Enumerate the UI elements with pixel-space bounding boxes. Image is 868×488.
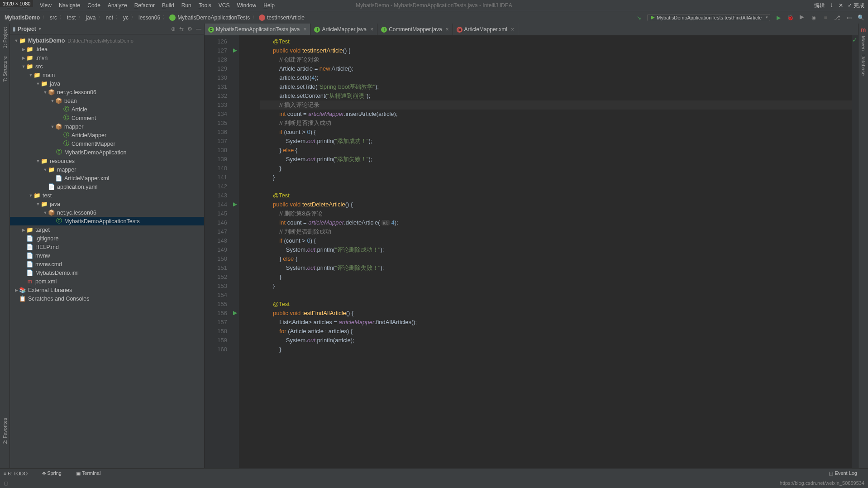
tab-mybatisdemoapplicationtests-java[interactable]: CMybatisDemoApplicationTests.java× (205, 24, 310, 35)
tree-item-file-mvnw[interactable]: 📄mvnw (10, 251, 204, 260)
tree-item-file-help[interactable]: 📄HELP.md (10, 243, 204, 251)
tab-articlemapper-xml[interactable]: mArticleMapper.xml× (453, 24, 518, 35)
menu-build[interactable]: Build (158, 1, 178, 10)
tree-item-interface-articlemapper[interactable]: ⒾArticleMapper (10, 131, 204, 139)
tab-close-icon[interactable]: × (446, 26, 449, 33)
crumb[interactable]: net (105, 14, 114, 21)
menu-help[interactable]: Help (260, 1, 278, 10)
tree-item-folder-mvn[interactable]: ▶📁.mvn (10, 53, 204, 62)
dimensions-badge: 1920 × 1080 (0, 0, 33, 7)
tab-commentmapper-java[interactable]: ICommentMapper.java× (377, 24, 453, 35)
menu-window[interactable]: Window (233, 1, 260, 10)
tw-todo[interactable]: ≡ 6: TODO (4, 471, 35, 476)
crumb-root[interactable]: MybatisDemo (4, 14, 41, 21)
tree-item-file-yaml[interactable]: 📄application.yaml (10, 182, 204, 191)
tw-terminal[interactable]: ▣ Terminal (76, 470, 108, 476)
tree-item-file-gitignore[interactable]: 📄.gitignore (10, 234, 204, 243)
tree-item-external-libraries[interactable]: ▶📚External Libraries (10, 286, 204, 294)
crumb[interactable]: MybatisDemoApplicationTests (176, 14, 251, 21)
editor-gutter: 1261271281291301311321331341351361371381… (205, 35, 231, 468)
menu-analyze[interactable]: Analyze (104, 1, 131, 10)
tree-item-scratches[interactable]: 📋Scratches and Consoles (10, 294, 204, 303)
crumb[interactable]: lesson06 (138, 14, 161, 21)
tw-structure[interactable]: 7: Structure (2, 54, 8, 84)
crumb[interactable]: java (85, 14, 96, 21)
done-button[interactable]: ✓ 完成 (848, 2, 864, 10)
tree-item-folder-target[interactable]: ▶📁target (10, 225, 204, 234)
locate-icon[interactable]: ⊕ (171, 26, 176, 32)
tw-database[interactable]: Database (861, 53, 866, 77)
tree-item-class-article[interactable]: ⒸArticle (10, 105, 204, 114)
tree-item-class-app[interactable]: ⒸMybatisDemoApplication (10, 148, 204, 157)
tree-item-file-mvnwcmd[interactable]: 📄mvnw.cmd (10, 260, 204, 268)
vcs-icon[interactable]: ⎇ (834, 14, 841, 21)
bottom-toolbar: ≡ 6: TODO ⬘ Spring ▣ Terminal ◫ Event Lo… (0, 468, 868, 478)
menu-view[interactable]: View (36, 1, 55, 10)
tree-item-folder-idea[interactable]: ▶📁.idea (10, 45, 204, 53)
tw-spring[interactable]: ⬘ Spring (42, 470, 69, 476)
crumb[interactable]: test (66, 14, 76, 21)
error-stripe[interactable]: ✓ (852, 35, 858, 468)
maven-m-icon[interactable]: m (860, 25, 867, 34)
tree-item-class-comment[interactable]: ⒸComment (10, 114, 204, 122)
stop-icon[interactable]: ■ (822, 14, 829, 21)
tw-maven[interactable]: Maven (861, 34, 866, 53)
crumb[interactable]: yc (122, 14, 129, 21)
tree-item-file-iml[interactable]: 📄MybatisDemo.iml (10, 268, 204, 277)
crumb[interactable]: src (49, 14, 58, 21)
run-config-select[interactable]: ⯈ MybatisDemoApplicationTests.testFindAl… (647, 14, 770, 21)
menu-vcs[interactable]: VCS (215, 1, 234, 10)
tree-item-interface-commentmapper[interactable]: ⒾCommentMapper (10, 139, 204, 148)
tree-item-package-mapper[interactable]: ▼📦mapper (10, 122, 204, 131)
chevron-down-icon[interactable]: ▼ (38, 27, 42, 31)
menu-navigate[interactable]: Navigate (55, 1, 84, 10)
search-icon[interactable]: 🔍 (857, 14, 864, 21)
menu-code[interactable]: Code (84, 1, 104, 10)
project-panel-title[interactable]: Project (18, 26, 36, 32)
tab-close-icon[interactable]: × (370, 26, 373, 33)
tree-item-package-bean[interactable]: ▼📦bean (10, 96, 204, 105)
editor-code[interactable]: @Test public void testInsertArticle() { … (246, 35, 852, 468)
profile-icon[interactable]: ◉ (810, 14, 817, 21)
run-icon[interactable]: ▶ (775, 14, 782, 21)
tree-item-project-root[interactable]: ▼📁MybatisDemoD:\IdeaProjects\MybatisDemo (10, 36, 204, 45)
aspect-icon[interactable]: ▭ (845, 14, 853, 21)
tree-item-folder-java-test[interactable]: ▼📁java (10, 200, 204, 208)
folder-icon: ▮ (13, 26, 16, 32)
tree-item-folder-mapper[interactable]: ▼📁mapper (10, 165, 204, 174)
tab-close-icon[interactable]: × (511, 26, 514, 33)
tree-item-file-xml[interactable]: 📄ArticleMapper.xml (10, 174, 204, 182)
tree-item-file-pom[interactable]: mpom.xml (10, 277, 204, 286)
tree-item-package[interactable]: ▼📦net.yc.lesson06 (10, 88, 204, 96)
hide-icon[interactable]: — (196, 26, 201, 32)
run-gutter-icon[interactable]: ⯈ (233, 202, 238, 207)
tab-articlemapper-java[interactable]: IArticleMapper.java× (310, 24, 377, 35)
tab-close-icon[interactable]: × (303, 26, 306, 33)
menu-tools[interactable]: Tools (195, 1, 215, 10)
download-icon[interactable]: ⤓ (830, 2, 834, 9)
tw-favorites[interactable]: 2: Favorites (2, 416, 8, 445)
tw-project[interactable]: 1: Project (2, 25, 8, 50)
coverage-icon[interactable]: ⯈ (798, 14, 806, 21)
edit-button[interactable]: 编辑 (814, 2, 825, 10)
debug-icon[interactable]: 🐞 (787, 14, 794, 21)
tw-eventlog[interactable]: ◫ Event Log (829, 470, 864, 476)
tree-item-class-tests[interactable]: ⒸMybatisDemoApplicationTests (10, 217, 204, 225)
tree-item-folder-test[interactable]: ▼📁test (10, 191, 204, 200)
menu-run[interactable]: Run (178, 1, 195, 10)
tree-item-folder-java[interactable]: ▼📁java (10, 79, 204, 88)
tree-item-package-test[interactable]: ▼📦net.yc.lesson06 (10, 208, 204, 217)
run-gutter-icon[interactable]: ⯈ (233, 311, 238, 316)
close-icon[interactable]: ✕ (839, 2, 843, 9)
tree-item-folder-resources[interactable]: ▼📁resources (10, 157, 204, 165)
gutter-run-icons: ⯈⯈⯈ (231, 35, 239, 468)
tree-item-folder-main[interactable]: ▼📁main (10, 71, 204, 79)
crumb[interactable]: testInsertArticle (266, 14, 305, 21)
gear-icon[interactable]: ⚙ (187, 26, 192, 32)
status-icon[interactable]: ▢ (4, 480, 8, 486)
expand-icon[interactable]: ⇆ (179, 26, 184, 32)
menu-refactor[interactable]: Refactor (131, 1, 158, 10)
tree-item-folder-src[interactable]: ▼📁src (10, 62, 204, 71)
build-icon[interactable]: ↘ (635, 14, 643, 21)
run-gutter-icon[interactable]: ⯈ (233, 48, 238, 53)
